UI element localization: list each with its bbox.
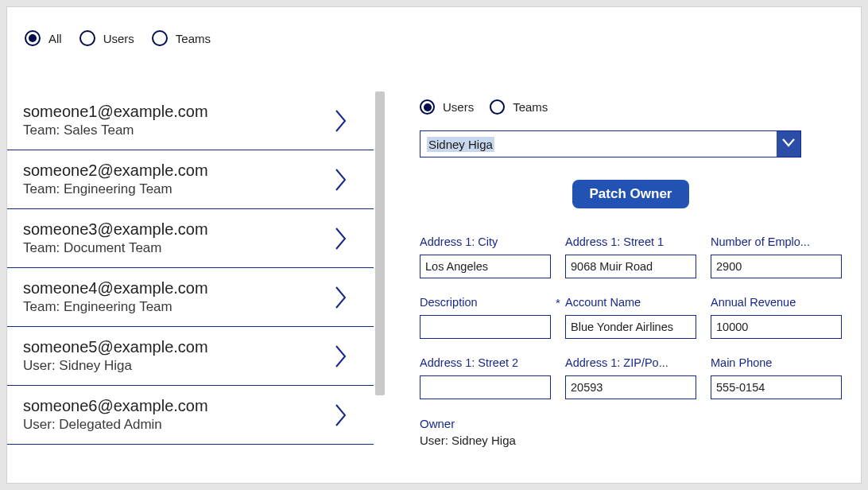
list-item-secondary: Team: Engineering Team — [23, 181, 208, 197]
filter-users-radio[interactable]: Users — [79, 30, 134, 46]
filter-all-label: All — [48, 32, 62, 45]
list-item[interactable]: someone6@example.com User: Delegated Adm… — [7, 386, 374, 445]
fields-grid: Address 1: City Address 1: Street 1 Numb… — [420, 234, 842, 399]
list-item-primary: someone4@example.com — [23, 279, 208, 298]
field-label: Description — [420, 296, 478, 309]
field-city: Address 1: City — [420, 234, 551, 278]
field-label: Main Phone — [711, 356, 772, 369]
filter-all-radio[interactable]: All — [25, 30, 62, 46]
list-item-text: someone1@example.com Team: Sales Team — [23, 103, 208, 138]
scope-teams-label: Teams — [513, 100, 548, 114]
chevron-right-icon — [334, 403, 348, 427]
employees-input[interactable] — [711, 255, 842, 278]
scope-radio-row: Users Teams — [420, 99, 842, 115]
owner-selector-text: Sidney Higa — [427, 137, 494, 152]
field-employees: Number of Emplo... — [711, 234, 842, 278]
list-item[interactable]: someone5@example.com User: Sidney Higa — [7, 327, 374, 386]
list-item-secondary: Team: Sales Team — [23, 122, 208, 138]
scope-teams-radio[interactable]: Teams — [490, 99, 548, 115]
field-label: Annual Revenue — [711, 296, 796, 309]
account-name-input[interactable] — [565, 315, 696, 339]
list-item-text: someone6@example.com User: Delegated Adm… — [23, 397, 208, 433]
description-input[interactable] — [420, 315, 551, 339]
main-area: someone1@example.com Team: Sales Team so… — [7, 55, 861, 483]
list-scrollbar[interactable] — [375, 91, 385, 395]
list-item-primary: someone6@example.com — [23, 397, 208, 415]
detail-panel: Users Teams Sidney Higa Patch Own — [385, 55, 861, 483]
list-filter-row: All Users Teams — [7, 7, 861, 55]
field-label: Account Name — [565, 296, 641, 309]
field-label: Number of Emplo... — [711, 235, 810, 248]
list-item-secondary: Team: Document Team — [23, 240, 208, 256]
field-description: Description — [420, 294, 551, 339]
phone-input[interactable] — [711, 375, 842, 399]
radio-icon — [152, 30, 168, 46]
street2-input[interactable] — [420, 375, 551, 399]
list-item-text: someone3@example.com Team: Document Team — [23, 220, 208, 256]
field-street1: Address 1: Street 1 — [565, 234, 696, 278]
field-phone: Main Phone — [711, 355, 842, 399]
list-item-primary: someone1@example.com — [23, 103, 208, 121]
chevron-down-icon — [781, 137, 796, 151]
chevron-right-icon — [334, 168, 348, 192]
patch-button-row: Patch Owner — [420, 180, 842, 208]
list-item[interactable]: someone3@example.com Team: Document Team — [7, 209, 374, 268]
chevron-right-icon — [334, 286, 348, 309]
app-frame: All Users Teams someone1@example.com Tea… — [6, 6, 862, 484]
records-list: someone1@example.com Team: Sales Team so… — [7, 91, 374, 483]
field-label: Address 1: Street 2 — [420, 356, 518, 369]
radio-icon — [490, 99, 505, 115]
list-item[interactable]: someone4@example.com Team: Engineering T… — [7, 268, 374, 327]
dropdown-toggle-button[interactable] — [777, 131, 800, 157]
list-item-primary: someone2@example.com — [23, 161, 208, 180]
field-revenue: Annual Revenue — [711, 294, 842, 339]
chevron-right-icon — [334, 109, 348, 133]
filter-teams-radio[interactable]: Teams — [152, 30, 211, 46]
list-item-text: someone4@example.com Team: Engineering T… — [23, 279, 208, 315]
list-item-secondary: User: Delegated Admin — [23, 417, 208, 433]
required-asterisk-icon: * — [556, 296, 562, 309]
list-item-secondary: User: Sidney Higa — [23, 358, 208, 374]
filter-users-label: Users — [103, 32, 134, 45]
field-label: Address 1: ZIP/Po... — [565, 356, 668, 369]
scope-users-radio[interactable]: Users — [420, 99, 474, 115]
list-item-text: someone5@example.com User: Sidney Higa — [23, 338, 208, 374]
field-label: Address 1: Street 1 — [565, 235, 664, 248]
radio-icon — [420, 99, 435, 115]
owner-value: User: Sidney Higa — [420, 434, 842, 447]
list-item-primary: someone5@example.com — [23, 338, 208, 356]
list-item[interactable]: someone2@example.com Team: Engineering T… — [7, 150, 374, 209]
revenue-input[interactable] — [711, 315, 842, 339]
street1-input[interactable] — [565, 255, 696, 278]
chevron-right-icon — [334, 227, 348, 251]
radio-icon — [25, 30, 41, 46]
list-item[interactable]: someone1@example.com Team: Sales Team — [7, 91, 374, 150]
owner-label: Owner — [420, 417, 842, 430]
zip-input[interactable] — [565, 375, 696, 399]
chevron-right-icon — [334, 344, 348, 368]
field-account-name: * Account Name — [565, 294, 696, 339]
field-street2: Address 1: Street 2 — [420, 355, 551, 399]
records-list-panel: someone1@example.com Team: Sales Team so… — [7, 55, 385, 483]
patch-owner-button[interactable]: Patch Owner — [572, 180, 690, 208]
field-label: Address 1: City — [420, 235, 498, 248]
owner-selector-value: Sidney Higa — [420, 131, 777, 157]
list-item-secondary: Team: Engineering Team — [23, 299, 208, 315]
city-input[interactable] — [420, 255, 551, 278]
owner-selector-dropdown[interactable]: Sidney Higa — [420, 130, 801, 158]
filter-teams-label: Teams — [176, 32, 211, 45]
field-zip: Address 1: ZIP/Po... — [565, 355, 696, 399]
list-item-primary: someone3@example.com — [23, 220, 208, 239]
scope-users-label: Users — [443, 100, 474, 114]
owner-display: Owner User: Sidney Higa — [420, 417, 842, 447]
radio-icon — [79, 30, 95, 46]
list-item-text: someone2@example.com Team: Engineering T… — [23, 161, 208, 197]
